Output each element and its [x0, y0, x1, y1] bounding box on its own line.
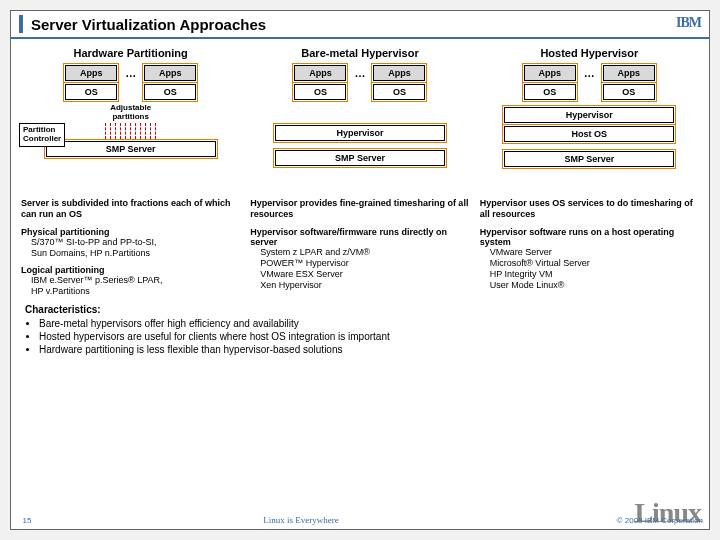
- characteristics-heading: Characteristics:: [25, 304, 695, 315]
- hypervisor-box: Hypervisor: [504, 107, 674, 123]
- apps-box: Apps: [144, 65, 196, 81]
- server-box: SMP Server: [46, 141, 216, 157]
- copyright: © 2008 IBM Corporation: [559, 516, 709, 525]
- col-heading: Hardware Partitioning: [74, 47, 188, 59]
- section-baremetal: Hypervisor software/firmware runs direct…: [250, 227, 469, 292]
- section-head: Physical partitioning: [21, 227, 240, 237]
- apps-box: Apps: [294, 65, 346, 81]
- os-box: OS: [524, 84, 576, 100]
- section-head: Hypervisor software/firmware runs direct…: [250, 227, 469, 247]
- os-box: OS: [65, 84, 117, 100]
- ellipsis: …: [352, 67, 367, 79]
- diagram-hardware: Apps … Apps OS … OS Adjustable partition…: [21, 65, 240, 193]
- desc: Hypervisor provides fine-grained timesha…: [250, 198, 469, 221]
- os-box: OS: [603, 84, 655, 100]
- footer: 15 Linux is Everywhere © 2008 IBM Corpor…: [11, 515, 709, 525]
- apps-box: Apps: [65, 65, 117, 81]
- section-body: IBM e.Server™ p.Series® LPAR, HP v.Parti…: [21, 275, 240, 298]
- section-body: VMware Server Microsoft® Virtual Server …: [480, 247, 699, 292]
- slide: Server Virtualization Approaches IBM Har…: [10, 10, 710, 530]
- col-heading: Hosted Hypervisor: [540, 47, 638, 59]
- ellipsis: …: [582, 67, 597, 79]
- apps-box: Apps: [603, 65, 655, 81]
- col-hosted: Hosted Hypervisor Apps … Apps OS … OS Hy…: [480, 47, 699, 298]
- os-box: OS: [294, 84, 346, 100]
- hypervisor-box: Hypervisor: [275, 125, 445, 141]
- col-hardware: Hardware Partitioning Apps … Apps OS … O…: [21, 47, 240, 298]
- desc: Hypervisor uses OS services to do timesh…: [480, 198, 699, 221]
- col-heading: Bare-metal Hypervisor: [301, 47, 418, 59]
- ellipsis: …: [123, 67, 138, 79]
- server-box: SMP Server: [275, 150, 445, 166]
- server-box: SMP Server: [504, 151, 674, 167]
- section-hosted: Hypervisor software runs on a host opera…: [480, 227, 699, 292]
- desc: Server is subdivided into fractions each…: [21, 198, 240, 221]
- char-item: Hardware partitioning is less flexible t…: [39, 343, 695, 356]
- section-logical: Logical partitioning IBM e.Server™ p.Ser…: [21, 265, 240, 298]
- characteristics: Characteristics: Bare-metal hypervisors …: [11, 302, 709, 358]
- section-head: Logical partitioning: [21, 265, 240, 275]
- ibm-logo: IBM: [676, 15, 701, 31]
- apps-box: Apps: [373, 65, 425, 81]
- hostos-box: Host OS: [504, 126, 674, 142]
- section-body: S/370™ SI-to-PP and PP-to-SI, Sun Domain…: [21, 237, 240, 260]
- col-baremetal: Bare-metal Hypervisor Apps … Apps OS … O…: [250, 47, 469, 298]
- diagram-baremetal: Apps … Apps OS … OS Hypervisor SMP Serve…: [250, 65, 469, 193]
- columns: Hardware Partitioning Apps … Apps OS … O…: [11, 39, 709, 302]
- diagram-hosted: Apps … Apps OS … OS Hypervisor Host OS S…: [480, 65, 699, 193]
- page-number: 15: [11, 516, 43, 525]
- partition-controller-box: Partition Controller: [19, 123, 65, 147]
- char-item: Hosted hypervisors are useful for client…: [39, 330, 695, 343]
- os-box: OS: [144, 84, 196, 100]
- slide-title: Server Virtualization Approaches: [31, 16, 266, 33]
- section-head: Hypervisor software runs on a host opera…: [480, 227, 699, 247]
- section-body: System z LPAR and z/VM® POWER™ Hyperviso…: [250, 247, 469, 292]
- footer-center: Linux is Everywhere: [43, 515, 559, 525]
- char-item: Bare-metal hypervisors offer high effici…: [39, 317, 695, 330]
- header: Server Virtualization Approaches IBM: [11, 11, 709, 39]
- apps-box: Apps: [524, 65, 576, 81]
- os-box: OS: [373, 84, 425, 100]
- adjustable-label: Adjustable partitions: [21, 103, 240, 121]
- section-physical: Physical partitioning S/370™ SI-to-PP an…: [21, 227, 240, 260]
- header-accent: [19, 15, 23, 33]
